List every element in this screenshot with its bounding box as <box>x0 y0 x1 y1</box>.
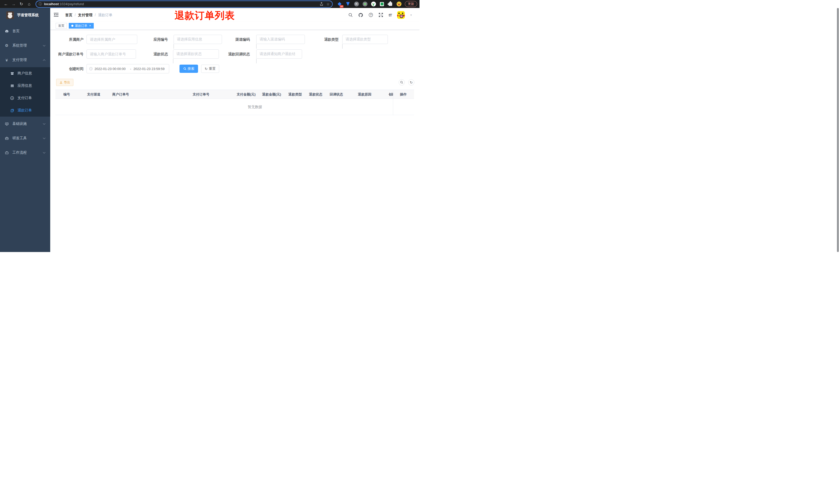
svg-text:?: ? <box>370 14 372 17</box>
sidebar-item-label: 研发工具 <box>12 136 43 141</box>
col-id: 编号 <box>64 90 70 99</box>
sidebar-item-dev-tools[interactable]: 研发工具 <box>0 131 50 145</box>
share-icon[interactable] <box>320 2 323 6</box>
sidebar-item-home[interactable]: 首页 <box>0 24 50 38</box>
col-refund-reason: 退款原因 <box>358 90 371 99</box>
notify-status-label: 退款回调状态 <box>219 50 250 59</box>
avatar-caret-icon[interactable]: ▾ <box>410 13 412 17</box>
sidebar-item-payment[interactable]: ¥ 支付管理 <box>0 53 50 67</box>
navbar-actions: ? tT ▾ <box>349 8 412 22</box>
notify-status-placeholder: 请选择通知商户退款结果 <box>260 52 295 56</box>
chevron-down-icon <box>43 44 46 47</box>
search-button-label: 搜索 <box>188 67 194 71</box>
tag-close-icon[interactable]: × <box>89 24 91 27</box>
command-glyph: ⌘ <box>354 2 359 6</box>
browser-back-icon[interactable]: ← <box>3 1 9 7</box>
extension-gem-icon[interactable] <box>345 2 351 7</box>
sidebar-item-label: 工作流程 <box>12 150 43 155</box>
dashboard-icon <box>4 29 9 33</box>
browser-forward-icon[interactable]: → <box>10 1 17 7</box>
sidebar-item-label: 应用信息 <box>18 84 50 88</box>
tag-home[interactable]: 首页 <box>56 23 67 29</box>
browser-home-icon[interactable]: ⌂ <box>26 1 33 7</box>
search-icon[interactable] <box>349 13 353 17</box>
tag-refund-order[interactable]: 退款订单 × <box>69 23 94 29</box>
font-size-icon[interactable]: tT <box>389 13 392 17</box>
extension-y-icon[interactable]: y <box>371 2 376 7</box>
extensions-puzzle-icon[interactable] <box>388 2 393 7</box>
extension-command-icon[interactable]: ⌘ <box>354 2 359 7</box>
reset-button[interactable]: ↻ 重置 <box>201 65 219 73</box>
briefcase-icon <box>4 151 9 155</box>
site-info-icon[interactable]: ⓘ <box>39 2 42 6</box>
export-button[interactable]: 导出 <box>56 79 73 86</box>
fullscreen-icon[interactable] <box>378 13 383 17</box>
app-placeholder: 请选择应用信息 <box>177 37 202 42</box>
tag-active-dot <box>71 25 73 27</box>
extension-diamond-icon[interactable]: 10 <box>337 2 342 7</box>
navbar: 首页 / 支付管理 / 退款订单 退款订单列表 ? <box>50 8 420 22</box>
sidebar-logo[interactable]: 芋道管理系统 <box>0 8 50 22</box>
search-button[interactable]: 搜索 <box>179 65 198 73</box>
chevron-down-icon <box>256 44 256 49</box>
merchant-refund-no-input-wrap <box>87 50 136 59</box>
monitor-icon <box>4 122 9 126</box>
payment-submenu: 商户信息 应用信息 ¥ 支付订单 <box>0 67 50 116</box>
refund-type-select[interactable]: 请选择退款类型 <box>342 35 388 44</box>
extension-greendot-icon[interactable] <box>362 2 368 7</box>
grid-table-icon <box>10 84 14 88</box>
sidebar-item-infrastructure[interactable]: 基础设施 <box>0 116 50 131</box>
col-actions: 操作 <box>400 90 407 99</box>
table-toolbar: 导出 ↻ <box>55 79 414 86</box>
sidebar-item-merchant-info[interactable]: 商户信息 <box>0 67 50 79</box>
form-row-2: 商户退款订单号 退款状态 请选择退款状态 退款回调状态 请选择通知商户退款结果 <box>50 50 420 59</box>
sidebar-item-label: 支付订单 <box>18 96 50 101</box>
sidebar-item-system[interactable]: ⚙ 系统管理 <box>0 38 50 53</box>
channel-select[interactable]: 请输入渠道编码 <box>256 35 305 44</box>
yen-icon: ¥ <box>4 58 9 62</box>
help-question-icon[interactable]: ? <box>369 13 373 17</box>
sidebar-item-app-info[interactable]: 应用信息 <box>0 79 50 92</box>
create-time-range-picker[interactable]: 2022-01-23 00:00:00 - 2022-01-23 23:59:5… <box>87 64 169 73</box>
avatar-cheek <box>397 15 399 17</box>
page-title-annotation: 退款订单列表 <box>175 10 235 21</box>
toolbox-icon <box>4 137 9 140</box>
chevron-down-icon <box>43 122 46 125</box>
breadcrumb-home[interactable]: 首页 <box>65 13 72 18</box>
sidebar-item-label: 商户信息 <box>18 71 50 76</box>
github-icon[interactable] <box>358 13 363 18</box>
refund-status-select[interactable]: 请选择退款状态 <box>173 50 219 59</box>
browser-reload-icon[interactable]: ↻ <box>18 1 25 7</box>
col-pay-order-no: 支付订单号 <box>193 90 209 99</box>
sidebar-item-refund-order[interactable]: 退款订单 <box>0 104 50 116</box>
toggle-search-icon[interactable] <box>399 79 405 86</box>
avatar-cheek <box>403 15 405 17</box>
export-button-label: 导出 <box>64 80 70 85</box>
breadcrumb-separator: / <box>75 13 76 18</box>
address-bar[interactable]: ⓘ localhost :1024/pay/refund ☆ <box>36 1 332 7</box>
sidebar-item-pay-order[interactable]: ¥ 支付订单 <box>0 92 50 104</box>
chrome-update-button[interactable]: 更新 <box>405 1 417 7</box>
breadcrumb-payment[interactable]: 支付管理 <box>78 13 92 18</box>
notify-status-select[interactable]: 请选择通知商户退款结果 <box>256 50 302 59</box>
refund-table: 编号 支付渠道 商户订单号 支付订单号 支付金额(元) 退款金额(元) 退款类型… <box>55 90 414 115</box>
sidebar-item-label: 系统管理 <box>12 43 43 48</box>
merchant-input[interactable] <box>87 35 137 44</box>
reset-button-label: 重置 <box>209 67 216 71</box>
chevron-down-icon <box>256 59 256 63</box>
extension-chat-icon[interactable] <box>379 2 385 7</box>
bookmark-star-icon[interactable]: ☆ <box>326 2 329 6</box>
search-form: 所属商户 应用编号 请选择应用信息 渠道编码 请输入渠道编码 退款类型 请选择退… <box>50 35 420 73</box>
sidebar-collapse-icon[interactable] <box>54 13 58 17</box>
shop-icon <box>10 72 14 75</box>
app-select[interactable]: 请选择应用信息 <box>174 35 222 44</box>
logo-rabbit-image <box>6 11 14 19</box>
user-avatar[interactable] <box>397 11 405 19</box>
profile-emoji-icon[interactable] <box>396 2 401 7</box>
refresh-table-icon[interactable]: ↻ <box>408 79 414 86</box>
main-content: 首页 / 支付管理 / 退款订单 退款订单列表 ? <box>50 8 420 252</box>
merchant-refund-no-input[interactable] <box>87 50 136 59</box>
chevron-up-icon <box>43 59 46 62</box>
chevron-down-icon <box>173 59 173 63</box>
sidebar-item-workflow[interactable]: 工作流程 <box>0 145 50 160</box>
